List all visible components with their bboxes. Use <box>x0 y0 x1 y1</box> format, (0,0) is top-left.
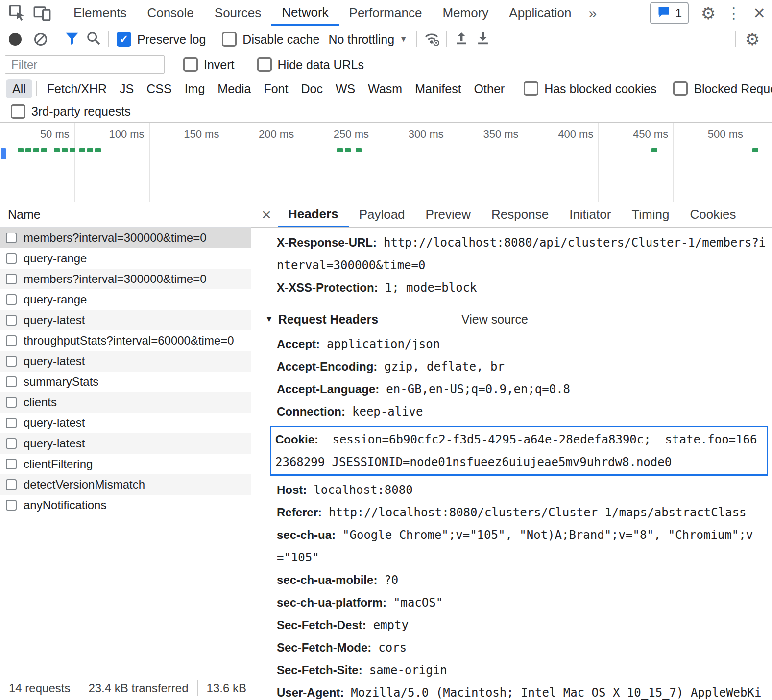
type-filter-all[interactable]: All <box>6 79 32 98</box>
header-key: Sec-Fetch-Mode: <box>277 641 371 654</box>
type-filter-ws[interactable]: WS <box>329 79 362 98</box>
hide-data-urls-checkbox[interactable] <box>257 57 272 72</box>
request-row[interactable]: anyNotifications <box>0 495 251 515</box>
request-checkbox[interactable] <box>6 274 17 284</box>
inspect-element-button[interactable] <box>4 0 29 26</box>
header-key: User-Agent: <box>277 686 344 699</box>
detail-tab-payload[interactable]: Payload <box>349 202 415 227</box>
type-filter-font[interactable]: Font <box>257 79 294 98</box>
request-checkbox[interactable] <box>6 294 17 305</box>
detail-tab-preview[interactable]: Preview <box>415 202 481 227</box>
type-filter-other[interactable]: Other <box>468 79 511 98</box>
network-conditions-button[interactable] <box>421 28 442 50</box>
request-row[interactable]: query-range <box>0 289 251 310</box>
type-filter-img[interactable]: Img <box>178 79 212 98</box>
close-detail-button[interactable]: × <box>255 202 278 227</box>
search-button[interactable] <box>83 28 104 50</box>
type-filter-manifest[interactable]: Manifest <box>409 79 467 98</box>
record-network-log-button[interactable] <box>9 33 22 46</box>
device-toolbar-button[interactable] <box>29 0 55 26</box>
disable-cache-checkbox[interactable] <box>222 32 237 47</box>
request-row[interactable]: clientFiltering <box>0 454 251 474</box>
more-tabs-button[interactable]: » <box>582 0 604 26</box>
clear-network-log-button[interactable] <box>34 33 47 46</box>
request-checkbox[interactable] <box>6 335 17 346</box>
main-tab-application[interactable]: Application <box>499 0 581 26</box>
invert-checkbox[interactable] <box>183 57 198 72</box>
name-column-header[interactable]: Name <box>0 202 251 228</box>
timeline-tick-label: 100 ms <box>109 128 144 140</box>
detail-tab-timing[interactable]: Timing <box>621 202 679 227</box>
request-row[interactable]: query-latest <box>0 413 251 433</box>
customize-devtools-button[interactable]: ⋮ <box>721 4 747 22</box>
blocked-requests-checkbox[interactable] <box>673 81 688 96</box>
request-checkbox[interactable] <box>6 233 17 243</box>
request-row[interactable]: query-latest <box>0 433 251 454</box>
disable-cache-label: Disable cache <box>242 32 319 47</box>
funnel-icon <box>64 30 80 48</box>
request-checkbox[interactable] <box>6 418 17 428</box>
request-row[interactable]: query-range <box>0 248 251 269</box>
detail-tab-initiator[interactable]: Initiator <box>559 202 621 227</box>
detail-tab-cookies[interactable]: Cookies <box>679 202 746 227</box>
type-filter-doc[interactable]: Doc <box>294 79 329 98</box>
type-filter-css[interactable]: CSS <box>140 79 178 98</box>
close-devtools-button[interactable]: × <box>747 2 772 24</box>
view-source-link[interactable]: View source <box>461 312 528 327</box>
request-checkbox[interactable] <box>6 253 17 264</box>
main-tab-console[interactable]: Console <box>137 0 204 26</box>
type-filter-wasm[interactable]: Wasm <box>362 79 409 98</box>
blocked-requests-label: Blocked Requests <box>694 82 772 96</box>
preserve-log-checkbox[interactable] <box>117 32 131 47</box>
main-tab-memory[interactable]: Memory <box>432 0 499 26</box>
request-row[interactable]: members?interval=300000&time=0 <box>0 269 251 289</box>
main-tab-network[interactable]: Network <box>271 0 338 26</box>
headers-content[interactable]: X-Response-URL:http://localhost:8080/api… <box>251 228 772 700</box>
request-checkbox[interactable] <box>6 459 17 469</box>
network-overview-timeline[interactable]: 50 ms100 ms150 ms200 ms250 ms300 ms350 m… <box>0 123 772 202</box>
request-checkbox[interactable] <box>6 438 17 449</box>
console-messages-badge[interactable]: 1 <box>650 2 689 24</box>
detail-tab-headers[interactable]: Headers <box>278 202 349 227</box>
filter-toggle-button[interactable] <box>61 28 83 50</box>
network-settings-button[interactable]: ⚙ <box>740 29 765 49</box>
export-har-button[interactable] <box>472 28 494 50</box>
detail-tab-response[interactable]: Response <box>481 202 559 227</box>
request-row[interactable]: query-latest <box>0 351 251 372</box>
request-checkbox[interactable] <box>6 500 17 511</box>
request-headers-section-header[interactable]: ▼ Request Headers View source <box>265 308 768 330</box>
type-filter-js[interactable]: JS <box>113 79 140 98</box>
main-tab-performance[interactable]: Performance <box>339 0 433 26</box>
divider <box>108 31 109 47</box>
waterfall-mark <box>41 148 47 152</box>
request-row[interactable]: members?interval=300000&time=0 <box>0 228 251 248</box>
third-party-checkbox[interactable] <box>11 104 25 119</box>
request-checkbox[interactable] <box>6 376 17 387</box>
main-tab-strip: ElementsConsoleSourcesNetworkPerformance… <box>63 0 603 26</box>
header-line: Sec-Fetch-Dest:empty <box>277 614 768 636</box>
settings-button[interactable]: ⚙ <box>696 3 721 23</box>
throttling-dropdown[interactable]: No throttling ▼ <box>328 32 408 47</box>
request-checkbox[interactable] <box>6 479 17 490</box>
main-tab-elements[interactable]: Elements <box>63 0 137 26</box>
request-row[interactable]: query-latest <box>0 310 251 330</box>
request-row[interactable]: clients <box>0 392 251 413</box>
request-row[interactable]: summaryStats <box>0 372 251 392</box>
request-checkbox[interactable] <box>6 315 17 326</box>
main-tab-sources[interactable]: Sources <box>204 0 271 26</box>
filter-input[interactable] <box>5 55 165 74</box>
request-checkbox[interactable] <box>6 356 17 367</box>
timeline-column: 150 ms <box>150 123 225 202</box>
import-har-button[interactable] <box>451 28 472 50</box>
type-filter-media[interactable]: Media <box>211 79 257 98</box>
request-row[interactable]: throughputStats?interval=60000&time=0 <box>0 330 251 351</box>
header-key: Accept-Language: <box>277 382 379 396</box>
request-headers-title: Request Headers <box>278 312 378 327</box>
request-row[interactable]: detectVersionMismatch <box>0 474 251 495</box>
request-headers-list: Accept:application/jsonAccept-Encoding:g… <box>277 333 768 700</box>
has-blocked-cookies-checkbox[interactable] <box>524 81 538 96</box>
invert-label: Invert <box>204 58 235 72</box>
request-checkbox[interactable] <box>6 397 17 408</box>
request-name: members?interval=300000&time=0 <box>24 231 207 245</box>
type-filter-fetchxhr[interactable]: Fetch/XHR <box>41 79 113 98</box>
